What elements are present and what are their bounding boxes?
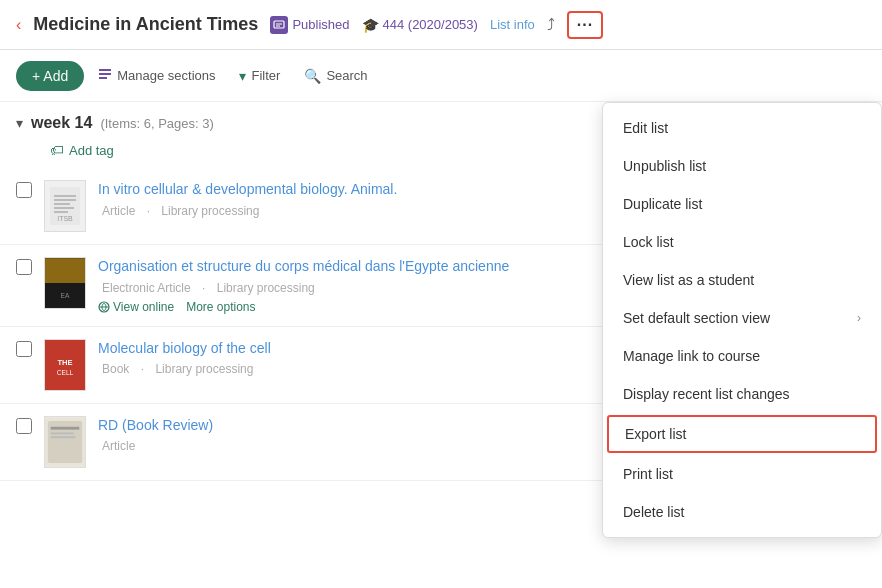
header: ‹ Medicine in Ancient Times Published 🎓 …	[0, 0, 882, 50]
item-checkbox[interactable]	[16, 418, 32, 434]
more-options-link[interactable]: More options	[186, 300, 255, 314]
svg-rect-1	[99, 69, 111, 71]
item-thumbnail: EA	[44, 257, 86, 309]
menu-item-label: Export list	[625, 426, 686, 442]
item-type: Article	[102, 204, 135, 218]
svg-text:ITSB: ITSB	[57, 215, 73, 222]
svg-rect-5	[54, 195, 76, 197]
published-label: Published	[292, 17, 349, 32]
menu-item-lock-list[interactable]: Lock list	[603, 223, 881, 261]
published-badge: Published	[270, 16, 349, 34]
section-title: week 14	[31, 114, 92, 132]
menu-item-export-list[interactable]: Export list	[607, 415, 877, 453]
menu-item-label: Edit list	[623, 120, 668, 136]
menu-item-duplicate-list[interactable]: Duplicate list	[603, 185, 881, 223]
separator: ·	[141, 362, 148, 376]
menu-item-label: Set default section view	[623, 310, 770, 326]
svg-rect-3	[99, 77, 107, 79]
filter-button[interactable]: ▾ Filter	[229, 62, 290, 90]
svg-rect-21	[51, 426, 80, 429]
item-thumbnail: THECELL	[44, 339, 86, 391]
menu-item-label: Delete list	[623, 504, 684, 520]
toolbar: + Add Manage sections ▾ Filter 🔍 Search	[0, 50, 882, 102]
item-type: Electronic Article	[102, 281, 191, 295]
students-icon: 🎓	[362, 17, 379, 33]
svg-text:EA: EA	[61, 292, 70, 299]
published-icon	[270, 16, 288, 34]
svg-text:THE: THE	[57, 358, 72, 367]
filter-label: Filter	[251, 68, 280, 83]
page-title: Medicine in Ancient Times	[33, 14, 258, 35]
students-label: 444 (2020/2053)	[383, 17, 478, 32]
list-info-link[interactable]: List info	[490, 17, 535, 32]
filter-icon: ▾	[239, 68, 246, 84]
menu-item-label: Manage link to course	[623, 348, 760, 364]
item-type: Article	[102, 439, 135, 453]
submenu-arrow-icon: ›	[857, 311, 861, 325]
back-button[interactable]: ‹	[16, 16, 21, 34]
menu-item-label: View list as a student	[623, 272, 754, 288]
svg-text:CELL: CELL	[57, 368, 74, 375]
svg-rect-7	[54, 203, 70, 205]
item-checkbox[interactable]	[16, 341, 32, 357]
svg-rect-22	[51, 432, 74, 434]
manage-sections-label: Manage sections	[117, 68, 215, 83]
menu-item-manage-link[interactable]: Manage link to course	[603, 337, 881, 375]
svg-rect-23	[51, 436, 76, 438]
menu-item-print-list[interactable]: Print list	[603, 455, 881, 493]
students-badge: 🎓 444 (2020/2053)	[362, 17, 478, 33]
content-area: ▾ week 14 (Items: 6, Pages: 3) 🏷 Add tag…	[0, 102, 882, 588]
menu-item-default-section-view[interactable]: Set default section view ›	[603, 299, 881, 337]
section-meta: (Items: 6, Pages: 3)	[100, 116, 213, 131]
menu-item-view-as-student[interactable]: View list as a student	[603, 261, 881, 299]
item-status: Library processing	[161, 204, 259, 218]
search-label: Search	[326, 68, 367, 83]
svg-rect-9	[54, 211, 68, 213]
item-thumbnail: ITSB	[44, 180, 86, 232]
svg-rect-2	[99, 73, 111, 75]
add-button[interactable]: + Add	[16, 61, 84, 91]
menu-item-label: Duplicate list	[623, 196, 702, 212]
view-online-link[interactable]: View online	[98, 300, 174, 314]
menu-item-delete-list[interactable]: Delete list	[603, 493, 881, 531]
item-checkbox[interactable]	[16, 182, 32, 198]
add-tag-label: Add tag	[69, 143, 114, 158]
svg-rect-12	[45, 258, 85, 283]
share-icon[interactable]: ⤴	[547, 16, 555, 34]
item-status: Library processing	[217, 281, 315, 295]
menu-item-edit-list[interactable]: Edit list	[603, 109, 881, 147]
view-online-label: View online	[113, 300, 174, 314]
item-thumbnail	[44, 416, 86, 468]
menu-item-label: Print list	[623, 466, 673, 482]
item-type: Book	[102, 362, 129, 376]
separator: ·	[147, 204, 154, 218]
menu-item-display-changes[interactable]: Display recent list changes	[603, 375, 881, 413]
item-checkbox[interactable]	[16, 259, 32, 275]
more-options-button[interactable]: ···	[567, 11, 603, 39]
separator: ·	[202, 281, 209, 295]
manage-sections-icon	[98, 67, 112, 84]
svg-rect-8	[54, 207, 74, 209]
dropdown-menu: Edit list Unpublish list Duplicate list …	[602, 102, 882, 538]
manage-sections-button[interactable]: Manage sections	[88, 61, 225, 90]
item-status: Library processing	[155, 362, 253, 376]
menu-item-label: Lock list	[623, 234, 674, 250]
menu-item-unpublish-list[interactable]: Unpublish list	[603, 147, 881, 185]
section-toggle[interactable]: ▾	[16, 115, 23, 131]
tag-icon: 🏷	[50, 142, 64, 158]
menu-item-label: Unpublish list	[623, 158, 706, 174]
svg-rect-6	[54, 199, 76, 201]
search-icon: 🔍	[304, 68, 321, 84]
search-button[interactable]: 🔍 Search	[294, 62, 377, 90]
menu-item-label: Display recent list changes	[623, 386, 790, 402]
